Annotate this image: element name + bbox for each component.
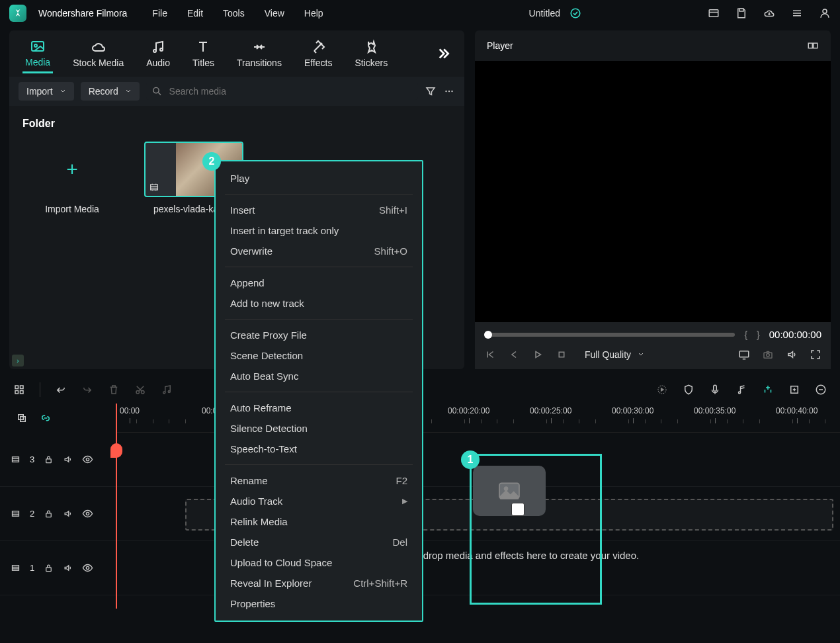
svg-rect-13 — [808, 43, 812, 48]
menu-file[interactable]: File — [152, 8, 167, 19]
context-menu-label: Insert in target track only — [230, 225, 339, 236]
context-menu-separator — [225, 267, 413, 267]
context-menu-item[interactable]: Audio Track▶ — [216, 491, 422, 511]
prev-icon[interactable] — [484, 349, 496, 361]
save-icon[interactable] — [735, 7, 747, 19]
player-controls: { } 00:00:00:00 Full Quality — [475, 322, 831, 369]
context-menu-item[interactable]: Auto Reframe — [216, 398, 422, 418]
context-menu-item[interactable]: OverwriteShift+O — [216, 241, 422, 261]
menu-view[interactable]: View — [265, 8, 284, 19]
context-menu-item[interactable]: InsertShift+I — [216, 200, 422, 220]
context-menu-item[interactable]: Scene Detection — [216, 345, 422, 366]
context-menu-item[interactable]: Add to new track — [216, 293, 422, 314]
lock-icon[interactable] — [44, 454, 54, 464]
lock-icon[interactable] — [44, 563, 54, 573]
play-icon[interactable] — [532, 349, 544, 361]
tab-media-label: Media — [25, 57, 50, 67]
cloud-download-icon[interactable] — [763, 7, 775, 19]
render-icon[interactable] — [656, 384, 668, 396]
markout-brace[interactable]: } — [757, 329, 760, 340]
eye-icon[interactable] — [82, 454, 93, 465]
context-menu-item[interactable]: Relink Media — [216, 511, 422, 532]
context-menu-item[interactable]: Auto Beat Sync — [216, 366, 422, 386]
context-menu-item[interactable]: Silence Detection — [216, 418, 422, 439]
speaker-icon[interactable] — [63, 454, 73, 464]
player-scrubber[interactable] — [484, 333, 735, 337]
link-icon[interactable] — [40, 412, 52, 424]
marker-add-icon[interactable] — [788, 384, 800, 396]
svg-point-0 — [571, 9, 580, 18]
magnet-icon[interactable] — [762, 384, 774, 396]
music-icon[interactable] — [161, 384, 173, 396]
import-media-tile[interactable]: + Import Media — [22, 142, 122, 214]
eye-icon[interactable] — [82, 508, 93, 519]
mic-icon[interactable] — [709, 384, 721, 396]
layout-icon[interactable] — [708, 7, 720, 19]
context-menu-item[interactable]: DeleteDel — [216, 532, 422, 552]
context-menu-item[interactable]: Create Proxy File — [216, 325, 422, 345]
tab-transitions-label: Transitions — [237, 58, 282, 68]
tab-transitions[interactable]: Transitions — [234, 35, 284, 72]
tab-effects[interactable]: Effects — [302, 35, 335, 72]
hamburger-icon[interactable] — [791, 7, 803, 19]
tab-titles[interactable]: Titles — [190, 35, 217, 72]
undo-icon[interactable] — [55, 384, 67, 396]
context-menu-item[interactable]: Insert in target track only — [216, 220, 422, 241]
context-menu-item[interactable]: RenameF2 — [216, 470, 422, 491]
speaker-icon[interactable] — [63, 509, 73, 519]
volume-icon[interactable] — [786, 349, 798, 361]
redo-icon[interactable] — [81, 384, 93, 396]
context-menu-label: Rename — [230, 475, 268, 486]
tab-stickers[interactable]: Stickers — [352, 35, 390, 72]
context-menu-item[interactable]: Reveal In ExplorerCtrl+Shift+R — [216, 573, 422, 593]
marker-shield-icon[interactable] — [683, 384, 694, 396]
duplicate-icon[interactable] — [16, 412, 28, 424]
import-dropdown[interactable]: Import — [19, 82, 74, 101]
menu-tools[interactable]: Tools — [223, 8, 245, 19]
filmstrip-icon — [11, 509, 21, 519]
player-view[interactable] — [475, 61, 831, 322]
context-menu-item[interactable]: Upload to Cloud Space — [216, 552, 422, 573]
playhead[interactable] — [116, 404, 117, 609]
delete-icon[interactable] — [108, 384, 120, 396]
lock-icon[interactable] — [44, 509, 54, 519]
context-menu-item[interactable]: Append — [216, 273, 422, 293]
speaker-icon[interactable] — [63, 563, 73, 573]
svg-point-29 — [739, 392, 741, 394]
record-dropdown[interactable]: Record — [81, 82, 140, 101]
context-menu-item[interactable]: Speech-to-Text — [216, 439, 422, 459]
step-back-icon[interactable] — [508, 349, 520, 361]
tab-stock-media[interactable]: Stock Media — [70, 35, 126, 72]
more-icon[interactable] — [443, 85, 455, 97]
eye-icon[interactable] — [82, 562, 93, 574]
display-icon[interactable] — [738, 349, 750, 361]
grid-icon[interactable] — [13, 384, 25, 396]
stop-icon[interactable] — [556, 349, 567, 361]
svg-rect-38 — [46, 513, 52, 517]
context-menu-item[interactable]: Properties — [216, 593, 422, 614]
user-icon[interactable] — [819, 7, 831, 19]
music-note-icon[interactable] — [735, 384, 747, 396]
cut-icon[interactable] — [134, 384, 146, 396]
snapshot-icon[interactable] — [762, 349, 774, 361]
context-menu-label: Audio Track — [230, 495, 282, 507]
menu-help[interactable]: Help — [304, 8, 323, 19]
quality-dropdown[interactable]: Full Quality — [579, 347, 650, 363]
tabs-more-icon[interactable] — [434, 45, 451, 62]
svg-point-6 — [153, 50, 156, 52]
compare-icon[interactable] — [807, 40, 819, 52]
filmstrip-icon — [11, 563, 21, 573]
menu-edit[interactable]: Edit — [187, 8, 203, 19]
search-input[interactable] — [169, 86, 413, 97]
expand-handle[interactable]: › — [12, 355, 24, 366]
context-menu-item[interactable]: Play — [216, 168, 422, 189]
filter-icon[interactable] — [425, 85, 437, 97]
markin-brace[interactable]: { — [744, 329, 747, 340]
app-name: Wondershare Filmora — [38, 8, 127, 19]
svg-rect-28 — [714, 385, 717, 391]
fullscreen-icon[interactable] — [810, 349, 821, 361]
tab-media[interactable]: Media — [22, 34, 53, 73]
context-menu-separator — [225, 464, 413, 465]
tab-audio[interactable]: Audio — [144, 35, 173, 72]
zoom-out-icon[interactable] — [815, 384, 827, 396]
